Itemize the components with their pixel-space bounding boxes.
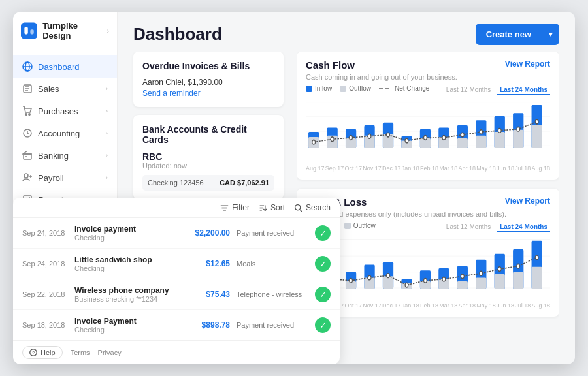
transaction-name: Wireless phone company xyxy=(74,286,178,295)
table-row: Sep 24, 2018 Invoice payment Checking $2… xyxy=(13,218,340,249)
payroll-icon xyxy=(22,172,33,183)
table-row: Sep 18, 2018 Invoice Payment Checking $8… xyxy=(13,310,340,340)
cashflow-last24[interactable]: Last 24 Months xyxy=(497,86,550,95)
svg-point-59 xyxy=(405,138,408,143)
svg-point-104 xyxy=(442,277,446,281)
svg-rect-2 xyxy=(30,29,33,34)
sidebar-item-accounting[interactable]: Accounting › xyxy=(13,122,117,144)
app-window: Turnpike Design › Dashboard Sales › xyxy=(13,12,575,364)
banking-icon xyxy=(22,150,33,161)
check-icon: ✓ xyxy=(319,228,327,238)
svg-point-109 xyxy=(535,255,538,260)
profit-loss-view-report[interactable]: View Report xyxy=(505,196,550,206)
logo-icon xyxy=(21,22,37,40)
transaction-sub: Business checking **1234 xyxy=(74,295,178,303)
svg-point-58 xyxy=(387,133,390,137)
svg-point-63 xyxy=(480,130,483,134)
nav-label-purchases: Purchases xyxy=(38,106,101,116)
search-button[interactable]: Search xyxy=(294,203,331,212)
svg-line-14 xyxy=(27,133,29,134)
nav-label-dashboard: Dashboard xyxy=(38,62,108,72)
cashflow-period-tabs: Last 12 Months Last 24 Months xyxy=(444,86,550,95)
transaction-status: ✓ xyxy=(315,225,331,241)
cashflow-legend: Inflow Outflow Net Change xyxy=(306,85,429,92)
sidebar-item-purchases[interactable]: Purchases › xyxy=(13,100,117,122)
sidebar-expand-icon[interactable]: › xyxy=(107,27,109,35)
create-new-label: Create new xyxy=(476,24,542,45)
overdue-card: Overdue Invoices & Bills Aaron Chiel, $1… xyxy=(133,52,284,107)
sidebar-item-payroll[interactable]: Payroll › xyxy=(13,166,117,189)
cashflow-chart xyxy=(306,99,550,164)
svg-point-10 xyxy=(25,114,27,115)
svg-rect-92 xyxy=(457,281,468,289)
svg-point-55 xyxy=(331,137,334,142)
svg-rect-15 xyxy=(24,154,31,159)
create-new-button[interactable]: Create new ▾ xyxy=(476,24,559,45)
outflow-dot xyxy=(340,86,346,92)
inflow-dot xyxy=(306,86,312,92)
globe-icon xyxy=(22,61,33,72)
cashflow-section: Cash Flow View Report Cash coming in and… xyxy=(297,52,559,180)
transaction-amount: $75.43 xyxy=(184,290,230,299)
purchases-icon xyxy=(22,106,33,116)
transaction-date: Sep 18, 2018 xyxy=(22,321,68,329)
svg-point-61 xyxy=(442,136,446,140)
sales-icon xyxy=(22,84,33,94)
send-reminder-link[interactable]: Send a reminder xyxy=(142,89,274,98)
sidebar-item-dashboard[interactable]: Dashboard xyxy=(13,55,117,78)
bank-title: Bank Accounts & Credit Cards xyxy=(142,124,274,145)
table-row: Sep 24, 2018 Little sandwich shop Checki… xyxy=(13,249,340,279)
cashflow-last12[interactable]: Last 12 Months xyxy=(444,86,493,95)
svg-point-62 xyxy=(461,133,464,137)
pl-last24[interactable]: Last 24 Months xyxy=(497,223,550,232)
transaction-table: Sep 24, 2018 Invoice payment Checking $2… xyxy=(13,218,340,340)
transaction-toolbar: Filter Sort Search xyxy=(13,198,340,218)
sidebar-logo[interactable]: Turnpike Design › xyxy=(13,12,117,50)
overdue-title: Overdue Invoices & Bills xyxy=(142,61,274,71)
svg-point-54 xyxy=(312,140,316,144)
svg-point-66 xyxy=(535,119,538,124)
bank-updated: Updated: now xyxy=(142,162,274,170)
help-footer: ? Help Terms Privacy xyxy=(13,340,340,364)
sidebar-item-sales[interactable]: Sales › xyxy=(13,78,117,100)
help-button[interactable]: ? Help xyxy=(22,346,63,359)
transaction-status: ✓ xyxy=(315,256,331,272)
sidebar-item-banking[interactable]: Banking › xyxy=(13,144,117,166)
transaction-sub: Checking xyxy=(74,264,178,272)
nav-chevron-accounting: › xyxy=(106,130,108,136)
svg-rect-52 xyxy=(513,130,523,148)
logo-text: Turnpike Design xyxy=(42,21,102,40)
sort-button[interactable]: Sort xyxy=(259,203,285,212)
svg-point-102 xyxy=(405,283,408,287)
svg-rect-96 xyxy=(532,267,542,289)
table-row: Sep 22, 2018 Wireless phone company Busi… xyxy=(13,279,340,310)
svg-point-106 xyxy=(480,271,483,275)
pl-outflow-dot xyxy=(344,223,351,229)
legend-inflow: Inflow xyxy=(306,85,332,92)
nav-chevron-purchases: › xyxy=(106,108,108,114)
terms-link[interactable]: Terms xyxy=(71,349,90,356)
svg-point-17 xyxy=(24,174,28,178)
transaction-date: Sep 22, 2018 xyxy=(22,290,68,298)
privacy-link[interactable]: Privacy xyxy=(98,349,122,356)
transaction-status: ✓ xyxy=(315,317,331,333)
transaction-name: Invoice payment xyxy=(74,225,178,234)
cashflow-x-labels: Aug 17Sep 17Oct 17Nov 17 Dec 17Jan 18Feb… xyxy=(306,165,550,172)
pl-last12[interactable]: Last 12 Months xyxy=(444,223,493,232)
cashflow-view-report[interactable]: View Report xyxy=(505,59,550,69)
svg-rect-0 xyxy=(21,22,37,39)
filter-button[interactable]: Filter xyxy=(220,203,250,212)
invoice-entry: Aaron Chiel, $1,390.00 xyxy=(142,78,274,87)
create-new-dropdown-icon[interactable]: ▾ xyxy=(542,24,559,44)
svg-point-103 xyxy=(423,279,427,283)
svg-line-114 xyxy=(300,209,302,211)
nav-chevron-banking: › xyxy=(106,152,108,159)
bank-name: RBC xyxy=(142,151,274,162)
transaction-date: Sep 24, 2018 xyxy=(22,229,68,237)
transaction-category: Telephone - wireless xyxy=(237,290,308,298)
svg-point-57 xyxy=(368,134,371,138)
nav-label-banking: Banking xyxy=(38,151,101,161)
svg-rect-93 xyxy=(476,277,486,289)
svg-point-108 xyxy=(517,264,520,268)
main-header: Dashboard Create new ▾ xyxy=(118,12,575,52)
